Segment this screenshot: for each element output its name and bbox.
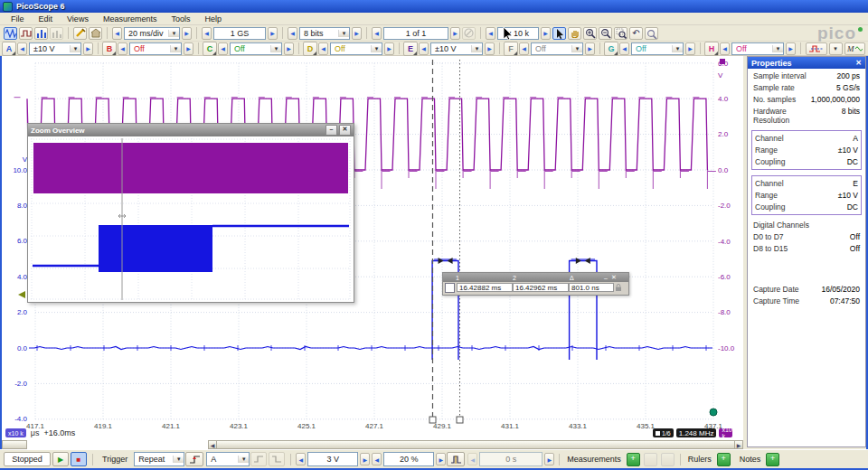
ruler-legend[interactable]: 1 2 Δ – ✕ 16.42882 ms 16.42962 ms 801.0 … <box>442 272 629 296</box>
channel-d-range-select[interactable]: Off▾ <box>330 42 382 55</box>
chevron-down-icon[interactable]: ▾ <box>270 45 281 52</box>
chevron-down-icon[interactable]: ▾ <box>173 456 184 463</box>
rulers-button[interactable]: + <box>717 453 731 466</box>
pretrigger-decrease-button[interactable]: ◀ <box>372 453 382 465</box>
persistence-view-icon[interactable] <box>19 27 33 40</box>
channel-g-range-decrease[interactable]: ◀ <box>619 42 629 55</box>
chevron-down-icon[interactable]: ▾ <box>70 45 80 52</box>
zoom-factor-decrease-button[interactable]: ◀ <box>486 27 495 40</box>
trigger-mode-select[interactable]: Repeat▾ <box>134 452 184 466</box>
delay-increase-button[interactable]: ▶ <box>544 453 554 465</box>
horizontal-scrollbar[interactable]: ◀ ▶ <box>208 440 743 449</box>
channel-a-button[interactable]: A <box>2 42 16 56</box>
channel-h-range-select[interactable]: Off▾ <box>731 42 784 55</box>
chevron-down-icon[interactable]: ▾ <box>471 45 482 52</box>
trigger-source-select[interactable]: A▾ <box>206 452 250 466</box>
notes-button[interactable]: + <box>766 453 779 466</box>
math-channels-icon[interactable]: M <box>844 42 866 55</box>
ruler-drag-handle-icon[interactable] <box>439 258 444 264</box>
segment-next-button[interactable]: ▶ <box>450 27 460 40</box>
trigger-level-decrease-button[interactable]: ◀ <box>296 453 306 465</box>
chevron-down-icon[interactable]: ▾ <box>338 30 349 37</box>
menu-measurements[interactable]: Measurements <box>96 14 165 24</box>
zoom-in-icon[interactable] <box>583 27 597 40</box>
channel-d-button[interactable]: D <box>303 42 317 56</box>
xy-view-icon[interactable] <box>50 27 63 40</box>
channel-h-range-decrease[interactable]: ◀ <box>720 42 730 55</box>
channel-e-range-increase[interactable]: ▶ <box>485 42 495 55</box>
channel-e-range-decrease[interactable]: ◀ <box>419 42 429 55</box>
ruler-drag-handle-icon[interactable] <box>448 258 453 264</box>
add-measurement-button[interactable]: + <box>627 453 640 466</box>
minimize-icon[interactable]: – <box>326 125 337 136</box>
stop-capture-icon[interactable]: ■ <box>71 452 87 466</box>
samples-increase-button[interactable]: ▶ <box>268 27 278 40</box>
channel-c-range-select[interactable]: Off▾ <box>230 42 282 55</box>
channel-f-range-select[interactable]: Off▾ <box>531 42 583 55</box>
undo-zoom-icon[interactable]: ↶ <box>629 27 643 40</box>
lock-icon[interactable] <box>614 283 623 292</box>
menu-edit[interactable]: Edit <box>32 14 61 24</box>
channel-f-button[interactable]: F <box>504 42 518 56</box>
channel-b-range-decrease[interactable]: ◀ <box>118 42 127 55</box>
axis-zoom-badge[interactable]: x10 k <box>719 428 732 437</box>
channel-e-button[interactable]: E <box>403 42 418 56</box>
timebase-prev-button[interactable]: ◀ <box>112 27 122 40</box>
trigger-level-field[interactable]: 3 V <box>307 452 358 466</box>
start-capture-icon[interactable]: ▶ <box>52 452 69 466</box>
minimize-icon[interactable]: – <box>604 275 608 281</box>
ruler-drag-handle-icon[interactable] <box>585 258 590 264</box>
menu-file[interactable]: File <box>4 14 32 24</box>
resolution-select[interactable]: 8 bits▾ <box>299 27 350 40</box>
pretrigger-increase-button[interactable]: ▶ <box>436 453 446 465</box>
chevron-down-icon[interactable]: ▾ <box>672 45 683 52</box>
channel-h-button[interactable]: H <box>704 42 719 56</box>
timebase-next-button[interactable]: ▶ <box>182 27 192 40</box>
window-zoom-icon[interactable] <box>614 27 627 40</box>
ruler-drag-handle-icon[interactable] <box>576 258 581 264</box>
channel-b-range-increase[interactable]: ▶ <box>184 42 193 55</box>
timebase-select[interactable]: 20 ms/div▾ <box>124 27 180 40</box>
scrollbar-thumb[interactable] <box>216 440 735 449</box>
menu-help[interactable]: Help <box>197 14 229 24</box>
time-zoom-badge[interactable]: x10 k <box>5 428 26 437</box>
segment-field[interactable]: 1 of 1 <box>383 27 448 40</box>
spectrum-view-icon[interactable] <box>34 27 48 40</box>
channel-c-button[interactable]: C <box>203 42 217 56</box>
channel-f-range-increase[interactable]: ▶ <box>585 42 595 55</box>
chevron-down-icon[interactable]: ▾ <box>168 30 179 37</box>
channel-d-range-decrease[interactable]: ◀ <box>318 42 328 55</box>
channel-d-range-increase[interactable]: ▶ <box>384 42 394 55</box>
channel-a-range-increase[interactable]: ▶ <box>83 42 93 55</box>
channel-a-range-select[interactable]: ±10 V▾ <box>29 42 81 55</box>
channel-h-range-increase[interactable]: ▶ <box>786 42 796 55</box>
segment-prev-button[interactable]: ◀ <box>372 27 382 40</box>
samples-decrease-button[interactable]: ◀ <box>202 27 212 40</box>
close-icon[interactable]: ✕ <box>855 59 862 67</box>
channel-b-range-select[interactable]: Off▾ <box>129 42 182 55</box>
channel-g-range-select[interactable]: Off▾ <box>631 42 684 55</box>
run-state-button[interactable]: Stopped <box>4 452 51 466</box>
menu-tools[interactable]: Tools <box>164 14 197 24</box>
trigger-level-marker[interactable] <box>18 291 25 298</box>
chevron-down-icon[interactable]: ▾ <box>170 45 181 52</box>
home-settings-icon[interactable] <box>89 27 102 40</box>
zoom-overview-tool-icon[interactable] <box>645 27 658 40</box>
chevron-down-icon[interactable]: ▾ <box>772 45 783 52</box>
properties-titlebar[interactable]: Properties ✕ <box>748 57 865 69</box>
close-icon[interactable]: ✕ <box>339 125 351 136</box>
trigger-level-increase-button[interactable]: ▶ <box>360 453 370 465</box>
trigger-waveform-icon[interactable] <box>447 452 465 466</box>
scope-view-icon[interactable] <box>4 27 17 40</box>
channel-f-range-decrease[interactable]: ◀ <box>519 42 529 55</box>
channel-c-range-decrease[interactable]: ◀ <box>218 42 228 55</box>
chevron-down-icon[interactable]: ▾ <box>571 45 582 52</box>
ruler-handle[interactable] <box>457 417 463 423</box>
zoom-factor-increase-button[interactable]: ▶ <box>541 27 551 40</box>
digital-channels-icon[interactable] <box>806 42 827 55</box>
chevron-down-icon[interactable]: ▾ <box>371 45 382 52</box>
pan-hand-icon[interactable] <box>568 27 581 40</box>
channel-g-range-increase[interactable]: ▶ <box>685 42 695 55</box>
time-axis-offset[interactable]: +16.0ms <box>43 428 75 437</box>
channel-g-button[interactable]: G <box>604 42 618 56</box>
